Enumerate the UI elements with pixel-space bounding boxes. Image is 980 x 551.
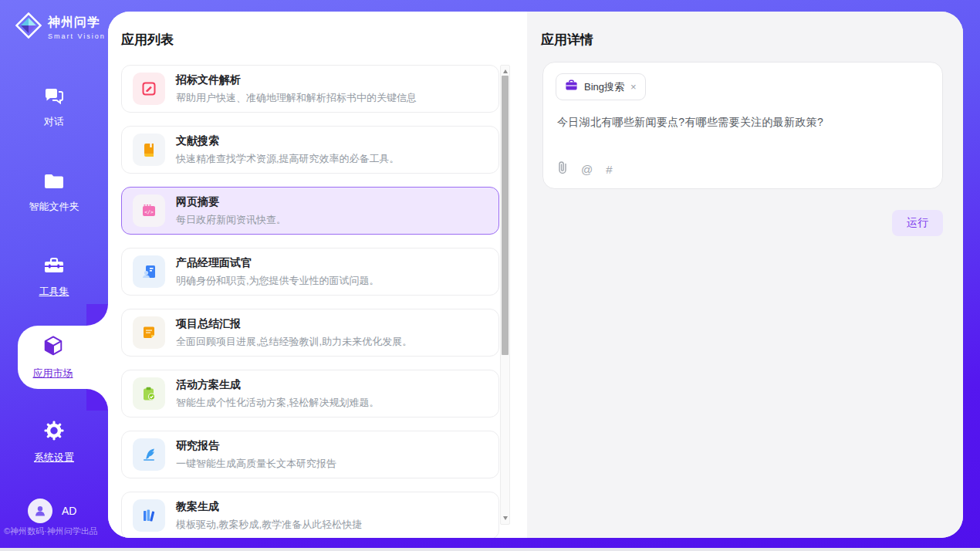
app-card-title: 网页摘要 bbox=[176, 195, 286, 209]
brand-title: 神州问学 bbox=[48, 15, 106, 31]
app-card-title: 项目总结汇报 bbox=[176, 317, 412, 331]
sidebar-item-label: 智能文件夹 bbox=[29, 200, 79, 214]
query-text[interactable]: 今日湖北有哪些新闻要点?有哪些需要关注的最新政策? bbox=[557, 116, 928, 130]
app-card-title: 产品经理面试官 bbox=[176, 256, 380, 270]
active-tab-notch-bottom bbox=[86, 389, 108, 411]
document-edit-icon bbox=[133, 73, 165, 105]
app-card-desc: 帮助用户快速、准确地理解和解析招标书中的关键信息 bbox=[176, 91, 417, 105]
app-card-desc: 模板驱动,教案秒成,教学准备从此轻松快捷 bbox=[176, 518, 362, 532]
input-toolbar: @ # bbox=[557, 161, 613, 177]
tool-chip-bing-search[interactable]: Bing搜索 × bbox=[556, 73, 646, 100]
gear-icon bbox=[42, 419, 66, 445]
sidebar-item-smart-folder[interactable]: 智能文件夹 bbox=[0, 171, 108, 214]
app-card-title: 招标文件解析 bbox=[176, 73, 417, 87]
app-card-desc: 快速精准查找学术资源,提高研究效率的必备工具。 bbox=[176, 152, 400, 166]
app-logo: 神州问学 Smart Vision bbox=[15, 12, 106, 42]
sidebar: 神州问学 Smart Vision 对话 智能文件夹 bbox=[0, 0, 108, 551]
app-detail-title: 应用详情 bbox=[541, 31, 593, 49]
brand-subtitle: Smart Vision bbox=[48, 32, 106, 40]
briefcase-icon bbox=[565, 79, 578, 94]
chat-icon bbox=[42, 85, 66, 110]
app-card-desc: 明确身份和职责,为您提供专业性的面试问题。 bbox=[176, 274, 380, 288]
toolbox-icon bbox=[42, 255, 66, 279]
app-card-title: 教案生成 bbox=[176, 500, 362, 514]
person-icon bbox=[33, 504, 47, 518]
app-card-desc: 全面回顾项目进展,总结经验教训,助力未来优化发展。 bbox=[176, 335, 412, 349]
hash-icon[interactable]: # bbox=[606, 163, 612, 176]
app-card-title: 文献搜索 bbox=[176, 134, 400, 148]
list-scrollbar[interactable] bbox=[500, 65, 510, 525]
sidebar-item-label: 应用市场 bbox=[33, 367, 73, 380]
avatar[interactable] bbox=[28, 499, 52, 523]
folder-icon bbox=[42, 171, 66, 194]
app-card-title: 活动方案生成 bbox=[176, 378, 380, 392]
app-card-lesson-plan[interactable]: 教案生成 模板驱动,教案秒成,教学准备从此轻松快捷 bbox=[121, 492, 499, 538]
app-card-pm-interviewer[interactable]: 产品经理面试官 明确身份和职责,为您提供专业性的面试问题。 bbox=[121, 248, 499, 296]
quill-icon bbox=[133, 438, 165, 471]
prompt-input-card[interactable]: Bing搜索 × 今日湖北有哪些新闻要点?有哪些需要关注的最新政策? @ # bbox=[542, 62, 943, 189]
clipboard-check-icon bbox=[133, 377, 165, 410]
app-detail-panel: 应用详情 Bing搜索 × 今日湖北有哪些新闻要点?有哪些需要关注的最新政策? bbox=[527, 12, 963, 538]
sidebar-item-label: 工具集 bbox=[39, 285, 69, 299]
svg-text:</>: </> bbox=[144, 209, 154, 215]
books-icon bbox=[133, 499, 165, 532]
app-card-research-report[interactable]: 研究报告 一键智能生成高质量长文本研究报告 bbox=[121, 431, 499, 478]
active-tab-notch-top bbox=[86, 304, 108, 326]
scroll-up-icon[interactable] bbox=[503, 69, 508, 73]
app-card-bid-analysis[interactable]: 招标文件解析 帮助用户快速、准确地理解和解析招标书中的关键信息 bbox=[121, 65, 499, 113]
brand-diamond-icon bbox=[15, 12, 42, 42]
webpage-code-icon: </> bbox=[133, 194, 165, 227]
run-button[interactable]: 运行 bbox=[892, 210, 943, 236]
app-card-title: 研究报告 bbox=[176, 439, 336, 453]
app-card-event-plan[interactable]: 活动方案生成 智能生成个性化活动方案,轻松解决规划难题。 bbox=[121, 370, 499, 417]
app-card-webpage-summary-selected[interactable]: </> 网页摘要 每日政府新闻资讯快查。 bbox=[121, 187, 499, 235]
user-name: AD bbox=[62, 505, 76, 517]
app-list-title: 应用列表 bbox=[121, 31, 174, 49]
book-icon bbox=[133, 134, 165, 166]
paperclip-icon[interactable] bbox=[557, 161, 568, 177]
cube-icon bbox=[41, 334, 66, 362]
sidebar-item-label: 系统设置 bbox=[34, 451, 74, 465]
interviewer-doc-icon bbox=[133, 255, 165, 288]
sidebar-item-app-market-active[interactable]: 应用市场 bbox=[18, 326, 108, 389]
scrollbar-thumb[interactable] bbox=[502, 76, 509, 355]
app-card-desc: 每日政府新闻资讯快查。 bbox=[176, 213, 286, 227]
window-bottom-edge bbox=[0, 548, 980, 551]
user-account[interactable]: AD bbox=[28, 499, 76, 523]
app-card-desc: 一键智能生成高质量长文本研究报告 bbox=[176, 457, 336, 471]
mention-icon[interactable]: @ bbox=[581, 163, 593, 176]
app-card-literature-search[interactable]: 文献搜索 快速精准查找学术资源,提高研究效率的必备工具。 bbox=[121, 126, 499, 174]
note-icon bbox=[133, 316, 165, 349]
content-area: 应用列表 招标文件解析 帮助用户快速、准确地理解和解析招标书中的关键信息 bbox=[108, 12, 963, 538]
sidebar-item-toolset[interactable]: 工具集 bbox=[0, 255, 108, 299]
sidebar-item-label: 对话 bbox=[44, 115, 64, 129]
close-icon[interactable]: × bbox=[630, 82, 637, 92]
sidebar-item-settings[interactable]: 系统设置 bbox=[0, 419, 108, 465]
app-list-panel: 应用列表 招标文件解析 帮助用户快速、准确地理解和解析招标书中的关键信息 bbox=[108, 12, 527, 538]
app-card-desc: 智能生成个性化活动方案,轻松解决规划难题。 bbox=[176, 396, 380, 410]
tool-chip-label: Bing搜索 bbox=[584, 80, 624, 94]
app-card-project-summary[interactable]: 项目总结汇报 全面回顾项目进展,总结经验教训,助力未来优化发展。 bbox=[121, 309, 499, 357]
scroll-down-icon[interactable] bbox=[503, 516, 508, 520]
copyright-footer: ©神州数码·神州问学出品 bbox=[4, 526, 98, 537]
app-card-list: 招标文件解析 帮助用户快速、准确地理解和解析招标书中的关键信息 文献搜索 快速精… bbox=[121, 65, 499, 538]
sidebar-item-chat[interactable]: 对话 bbox=[0, 85, 108, 129]
